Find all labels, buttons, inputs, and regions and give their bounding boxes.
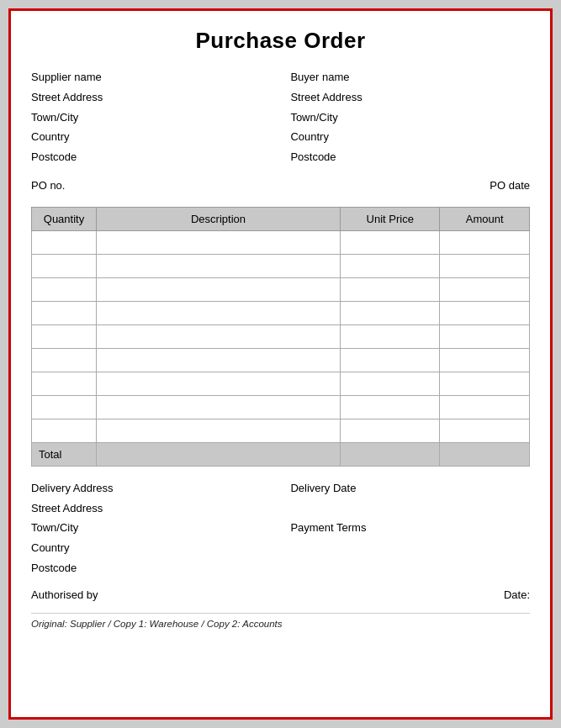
supplier-postcode-field: Postcode xyxy=(31,149,271,166)
col-header-amount: Amount xyxy=(440,207,530,230)
delivery-street-label: Street Address xyxy=(31,500,271,518)
buyer-country-field: Country xyxy=(290,129,530,146)
table-row xyxy=(32,254,530,277)
buyer-street-field: Street Address xyxy=(290,89,530,107)
po-date-field: PO date xyxy=(490,177,530,195)
col-header-quantity: Quantity xyxy=(32,207,97,230)
purchase-order-page: Purchase Order Supplier name Street Addr… xyxy=(8,8,553,720)
po-number-field: PO no. xyxy=(31,177,65,195)
buyer-postcode-field: Postcode xyxy=(290,149,530,166)
delivery-postcode-label: Postcode xyxy=(31,560,271,578)
supplier-address-col: Supplier name Street Address Town/City C… xyxy=(31,69,271,169)
col-header-description: Description xyxy=(96,207,340,230)
col-header-unit-price: Unit Price xyxy=(341,207,440,230)
table-row xyxy=(32,372,530,395)
delivery-date-label: Delivery Date xyxy=(290,480,530,498)
table-total-row: Total xyxy=(32,442,530,466)
delivery-address-col: Delivery Address Street Address Town/Cit… xyxy=(31,480,271,580)
po-section: PO no. PO date xyxy=(31,177,530,195)
line-items-table: Quantity Description Unit Price Amount T… xyxy=(31,207,530,467)
buyer-address-col: Buyer name Street Address Town/City Coun… xyxy=(290,69,530,169)
buyer-name-field: Buyer name xyxy=(290,69,530,87)
table-header-row: Quantity Description Unit Price Amount xyxy=(32,207,530,230)
supplier-name-field: Supplier name xyxy=(31,69,271,87)
delivery-town-label: Town/City xyxy=(31,520,271,537)
table-row xyxy=(32,348,530,372)
footer-note: Original: Supplier / Copy 1: Warehouse /… xyxy=(31,613,530,629)
supplier-country-field: Country xyxy=(31,129,271,146)
table-row xyxy=(32,419,530,442)
authorised-date-label: Date: xyxy=(504,588,530,601)
total-label: Total xyxy=(32,442,97,466)
delivery-right-col: Delivery Date Payment Terms xyxy=(290,480,530,580)
payment-terms-label: Payment Terms xyxy=(290,520,530,537)
page-title: Purchase Order xyxy=(31,28,530,54)
table-row xyxy=(32,395,530,419)
table-row xyxy=(32,277,530,301)
supplier-street-field: Street Address xyxy=(31,89,271,107)
supplier-town-field: Town/City xyxy=(31,109,271,127)
table-row xyxy=(32,301,530,324)
table-row xyxy=(32,324,530,348)
buyer-town-field: Town/City xyxy=(290,109,530,127)
authorised-section: Authorised by Date: xyxy=(31,588,530,601)
delivery-section: Delivery Address Street Address Town/Cit… xyxy=(31,480,530,580)
table-row xyxy=(32,230,530,254)
address-section: Supplier name Street Address Town/City C… xyxy=(31,69,530,169)
delivery-country-label: Country xyxy=(31,540,271,557)
authorised-by-label: Authorised by xyxy=(31,588,98,601)
delivery-address-label: Delivery Address xyxy=(31,480,271,498)
